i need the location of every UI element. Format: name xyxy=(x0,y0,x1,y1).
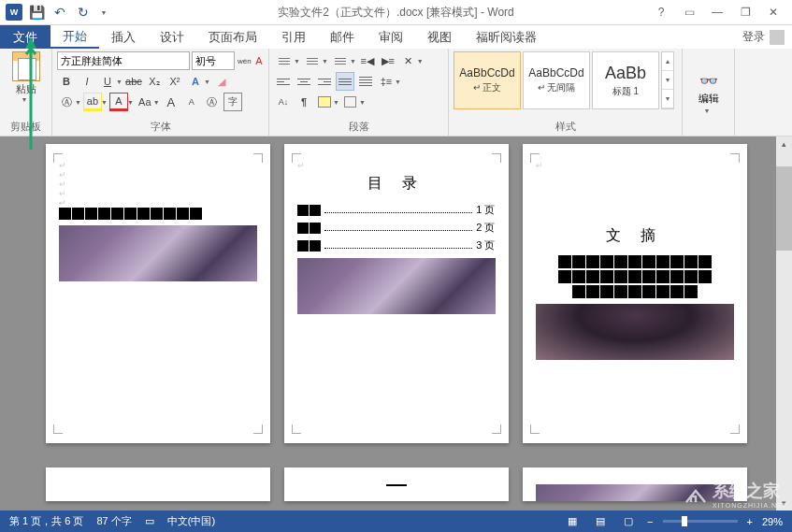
minimize-button[interactable]: — xyxy=(704,3,730,22)
bullets-button[interactable] xyxy=(274,51,295,70)
line-spacing-button[interactable]: ‡≡ xyxy=(377,72,396,91)
style-heading1[interactable]: AaBb 标题 1 xyxy=(592,51,659,109)
tab-insert[interactable]: 插入 xyxy=(99,25,148,49)
paste-button[interactable]: 粘贴 ▼ xyxy=(5,51,47,103)
asian-layout-button[interactable]: ✕ xyxy=(399,51,418,70)
view-print-button[interactable]: ▤ xyxy=(591,514,610,529)
align-center-button[interactable] xyxy=(295,72,313,91)
image-placeholder xyxy=(59,225,257,281)
font-label: 字体 xyxy=(57,119,264,135)
borders-button[interactable] xyxy=(341,93,360,111)
tab-design[interactable]: 设计 xyxy=(148,25,196,49)
word-count[interactable]: 87 个字 xyxy=(96,514,131,528)
shrink-font-button[interactable]: A xyxy=(182,93,201,111)
restore-button[interactable]: ❐ xyxy=(732,3,758,22)
tab-view[interactable]: 视图 xyxy=(415,25,464,49)
paste-dropdown-icon: ▼ xyxy=(22,96,28,103)
language[interactable]: 中文(中国) xyxy=(167,514,215,528)
page-3[interactable]: ↵ 文 摘 xyxy=(523,144,747,443)
tab-review[interactable]: 审阅 xyxy=(367,25,415,49)
font-family-select[interactable] xyxy=(57,51,190,70)
change-case-button[interactable]: Aa xyxy=(136,93,154,111)
zoom-in-button[interactable]: + xyxy=(747,516,753,527)
style-preview: AaBbCcDd xyxy=(459,66,514,79)
tab-file[interactable]: 文件 xyxy=(0,25,50,49)
undo-button[interactable]: ↶ xyxy=(50,3,69,22)
show-marks-button[interactable]: ¶ xyxy=(295,93,313,111)
char-border-button[interactable]: Ⓐ xyxy=(203,93,222,111)
distribute-button[interactable] xyxy=(356,72,375,91)
page-1[interactable]: ↵↵↵↵↵ xyxy=(46,144,270,443)
superscript-button[interactable]: X² xyxy=(166,72,184,91)
strike-button[interactable]: abc xyxy=(124,72,143,91)
highlight-button[interactable]: ab xyxy=(83,93,102,111)
style-name: ↵ 无间隔 xyxy=(538,81,576,94)
tab-home[interactable]: 开始 xyxy=(50,25,99,49)
lang-icon[interactable]: ▭ xyxy=(145,515,154,527)
styles-more[interactable]: ▴▾▾ xyxy=(661,51,674,109)
enclosed-char-button[interactable]: Ⓐ xyxy=(57,93,76,111)
image-placeholder xyxy=(536,304,734,360)
edit-button[interactable]: 编辑 xyxy=(698,92,719,106)
sort-button[interactable]: A↓ xyxy=(274,93,293,111)
style-normal[interactable]: AaBbCcDd ↵ 正文 xyxy=(454,51,521,109)
toc-entry-2: 2 页 xyxy=(476,221,495,235)
group-editing: 👓 编辑 ▼ xyxy=(683,49,735,136)
indent-inc-button[interactable]: ▶≡ xyxy=(379,51,397,70)
page-2[interactable]: ↵ 目 录 1 页 2 页 3 页 xyxy=(284,144,509,443)
save-button[interactable]: 💾 xyxy=(27,3,46,22)
scroll-thumb[interactable] xyxy=(776,166,792,251)
font-color-button[interactable]: A xyxy=(109,93,128,111)
styles-label: 样式 xyxy=(454,119,677,135)
text-effects-button[interactable]: A xyxy=(186,72,205,91)
tab-foxit[interactable]: 福昕阅读器 xyxy=(464,25,549,49)
page-4[interactable] xyxy=(46,467,270,501)
help-button[interactable]: ? xyxy=(648,3,674,22)
zoom-level[interactable]: 29% xyxy=(762,516,783,527)
bold-button[interactable]: B xyxy=(57,72,76,91)
view-web-button[interactable]: ▢ xyxy=(619,514,638,529)
numbering-button[interactable] xyxy=(302,51,323,70)
tab-mail[interactable]: 邮件 xyxy=(318,25,367,49)
qat-more[interactable]: ▼ xyxy=(94,3,113,22)
redo-button[interactable]: ↻ xyxy=(74,3,93,22)
style-nospacing[interactable]: AaBbCcDd ↵ 无间隔 xyxy=(523,51,590,109)
subscript-button[interactable]: X₂ xyxy=(145,72,164,91)
zoom-out-button[interactable]: − xyxy=(647,516,653,527)
page-5[interactable] xyxy=(284,467,509,501)
align-left-button[interactable] xyxy=(274,72,293,91)
scroll-down-icon[interactable]: ▾ xyxy=(776,496,792,510)
image-placeholder xyxy=(297,258,496,314)
underline-button[interactable]: U xyxy=(98,72,117,91)
toc-entry-1: 1 页 xyxy=(476,203,495,217)
eraser-button[interactable]: ◢ xyxy=(212,72,231,91)
indent-dec-button[interactable]: ≡◀ xyxy=(358,51,377,70)
shading-button[interactable] xyxy=(315,93,334,111)
page-6[interactable] xyxy=(523,467,747,501)
clear-format-button[interactable]: A xyxy=(254,51,264,70)
avatar-icon xyxy=(770,30,785,45)
char-shading-button[interactable]: 字 xyxy=(223,93,242,111)
tab-layout[interactable]: 页面布局 xyxy=(196,25,269,49)
login-link[interactable]: 登录 xyxy=(735,25,792,49)
italic-button[interactable]: I xyxy=(78,72,96,91)
ribbon-options[interactable]: ▭ xyxy=(676,3,702,22)
styles-gallery: AaBbCcDd ↵ 正文 AaBbCcDd ↵ 无间隔 AaBb 标题 1 ▴… xyxy=(454,51,677,109)
font-size-select[interactable] xyxy=(192,51,235,70)
document-area[interactable]: ↵↵↵↵↵ ↵ 目 录 1 页 2 页 3 页 ↵ 文 摘 xyxy=(0,137,792,510)
close-button[interactable]: ✕ xyxy=(760,3,786,22)
multilevel-button[interactable] xyxy=(330,51,351,70)
tab-references[interactable]: 引用 xyxy=(269,25,318,49)
view-read-button[interactable]: ▦ xyxy=(563,514,582,529)
align-justify-button[interactable] xyxy=(336,72,354,91)
scroll-up-icon[interactable]: ▴ xyxy=(776,137,792,151)
window-title: 实验文件2（正式文件）.docx [兼容模式] - Word xyxy=(278,5,513,21)
find-icon: 👓 xyxy=(699,72,718,90)
grow-font-button[interactable]: A xyxy=(162,93,180,111)
group-font: wén A B I U▼ abc X₂ X² A▼ ◢ Ⓐ▼ ab▼ A▼ Aa… xyxy=(52,49,269,136)
align-right-button[interactable] xyxy=(315,72,334,91)
page-count[interactable]: 第 1 页，共 6 页 xyxy=(9,514,83,528)
zoom-slider[interactable] xyxy=(663,520,738,523)
phonetic-button[interactable]: wén xyxy=(237,51,252,70)
vertical-scrollbar[interactable]: ▴ ▾ xyxy=(776,137,792,510)
